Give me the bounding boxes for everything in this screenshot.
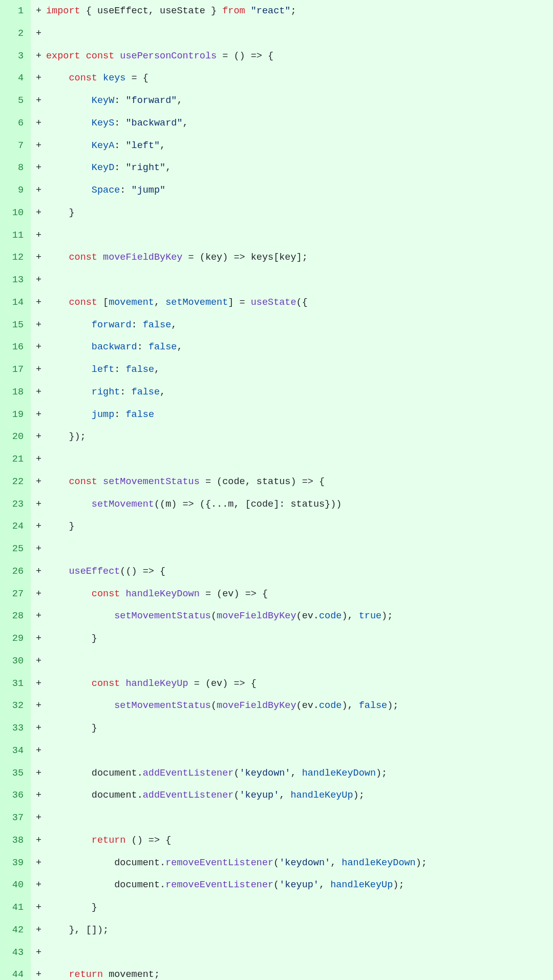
code-content[interactable]: return movement; [45, 964, 553, 980]
line-number[interactable]: 42 [0, 919, 31, 942]
line-number[interactable]: 21 [0, 448, 31, 471]
code-content[interactable] [45, 269, 553, 291]
code-content[interactable]: const keys = { [45, 67, 553, 90]
code-content[interactable]: KeyD: "right", [45, 157, 553, 179]
code-content[interactable]: const setMovementStatus = (code, status)… [45, 471, 553, 493]
code-content[interactable]: export const usePersonControls = () => { [45, 45, 553, 68]
code-token: : [120, 185, 131, 196]
code-content[interactable]: return () => { [45, 829, 553, 852]
line-number[interactable]: 38 [0, 829, 31, 852]
line-number[interactable]: 41 [0, 896, 31, 919]
diff-line: 25+ [0, 538, 553, 560]
line-number[interactable]: 18 [0, 381, 31, 404]
line-number[interactable]: 37 [0, 807, 31, 829]
line-number[interactable]: 15 [0, 314, 31, 337]
line-number[interactable]: 7 [0, 135, 31, 157]
code-content[interactable]: KeyW: "forward", [45, 90, 553, 112]
line-number[interactable]: 17 [0, 359, 31, 381]
code-content[interactable]: document.addEventListener('keydown', han… [45, 762, 553, 785]
code-content[interactable]: document.addEventListener('keyup', handl… [45, 784, 553, 807]
diff-line: 26+ useEffect(() => { [0, 560, 553, 583]
code-content[interactable] [45, 448, 553, 471]
code-content[interactable]: KeyA: "left", [45, 135, 553, 157]
line-number[interactable]: 40 [0, 874, 31, 896]
diff-line: 4+ const keys = { [0, 67, 553, 90]
code-content[interactable]: document.removeEventListener('keydown', … [45, 852, 553, 874]
code-content[interactable]: setMovementStatus(moveFieldByKey(ev.code… [45, 695, 553, 717]
line-number[interactable]: 23 [0, 493, 31, 516]
code-content[interactable]: } [45, 896, 553, 919]
code-content[interactable] [45, 224, 553, 247]
line-number[interactable]: 19 [0, 404, 31, 426]
line-number[interactable]: 24 [0, 515, 31, 538]
line-number[interactable]: 16 [0, 336, 31, 359]
code-content[interactable] [45, 23, 553, 45]
code-content[interactable] [45, 740, 553, 762]
code-content[interactable]: } [45, 717, 553, 740]
code-content[interactable]: } [45, 515, 553, 538]
line-number[interactable]: 43 [0, 942, 31, 964]
line-number[interactable]: 36 [0, 784, 31, 807]
code-content[interactable]: import { useEffect, useState } from "rea… [45, 0, 553, 23]
line-number[interactable]: 32 [0, 695, 31, 717]
line-number[interactable]: 25 [0, 538, 31, 560]
diff-line: 3+export const usePersonControls = () =>… [0, 45, 553, 68]
line-number[interactable]: 11 [0, 224, 31, 247]
code-content[interactable]: KeyS: "backward", [45, 112, 553, 135]
code-content[interactable]: setMovement((m) => ({...m, [code]: statu… [45, 493, 553, 516]
line-number[interactable]: 39 [0, 852, 31, 874]
line-number[interactable]: 14 [0, 291, 31, 314]
diff-line: 36+ document.addEventListener('keyup', h… [0, 784, 553, 807]
code-content[interactable]: }); [45, 426, 553, 448]
line-number[interactable]: 20 [0, 426, 31, 448]
code-token: , [171, 320, 177, 330]
line-number[interactable]: 30 [0, 650, 31, 673]
code-content[interactable]: jump: false [45, 404, 553, 426]
code-content[interactable]: const handleKeyUp = (ev) => { [45, 673, 553, 695]
line-number[interactable]: 10 [0, 202, 31, 224]
code-content[interactable] [45, 538, 553, 560]
line-number[interactable]: 5 [0, 90, 31, 112]
code-token: , [245, 476, 257, 487]
line-number[interactable]: 4 [0, 67, 31, 90]
code-content[interactable]: forward: false, [45, 314, 553, 337]
code-content[interactable] [45, 650, 553, 673]
line-number[interactable]: 34 [0, 740, 31, 762]
line-number[interactable]: 9 [0, 179, 31, 202]
code-content[interactable]: const handleKeyDown = (ev) => { [45, 583, 553, 606]
line-number[interactable]: 28 [0, 605, 31, 628]
line-number[interactable]: 13 [0, 269, 31, 291]
code-content[interactable]: const [movement, setMovement] = useState… [45, 291, 553, 314]
line-number[interactable]: 8 [0, 157, 31, 179]
code-content[interactable]: } [45, 628, 553, 650]
code-content[interactable]: setMovementStatus(moveFieldByKey(ev.code… [45, 605, 553, 628]
code-token: return [92, 835, 126, 846]
code-token: KeyA [92, 140, 114, 151]
line-number[interactable]: 3 [0, 45, 31, 68]
code-content[interactable]: left: false, [45, 359, 553, 381]
code-content[interactable]: } [45, 202, 553, 224]
line-number[interactable]: 22 [0, 471, 31, 493]
line-number[interactable]: 1 [0, 0, 31, 23]
line-number[interactable]: 29 [0, 628, 31, 650]
line-number[interactable]: 6 [0, 112, 31, 135]
line-number[interactable]: 31 [0, 673, 31, 695]
line-number[interactable]: 26 [0, 560, 31, 583]
line-number[interactable]: 27 [0, 583, 31, 606]
line-number[interactable]: 2 [0, 23, 31, 45]
code-content[interactable]: backward: false, [45, 336, 553, 359]
line-number[interactable]: 33 [0, 717, 31, 740]
line-number[interactable]: 35 [0, 762, 31, 785]
code-content[interactable]: useEffect(() => { [45, 560, 553, 583]
code-content[interactable]: Space: "jump" [45, 179, 553, 202]
code-token: ), [342, 700, 358, 711]
line-number[interactable]: 12 [0, 246, 31, 269]
code-content[interactable]: document.removeEventListener('keyup', ha… [45, 874, 553, 896]
code-content[interactable] [45, 807, 553, 829]
code-content[interactable]: right: false, [45, 381, 553, 404]
code-content[interactable]: }, []); [45, 919, 553, 942]
code-content[interactable]: const moveFieldByKey = (key) => keys[key… [45, 246, 553, 269]
code-token: "jump" [132, 185, 166, 196]
line-number[interactable]: 44 [0, 964, 31, 980]
code-content[interactable] [45, 942, 553, 964]
